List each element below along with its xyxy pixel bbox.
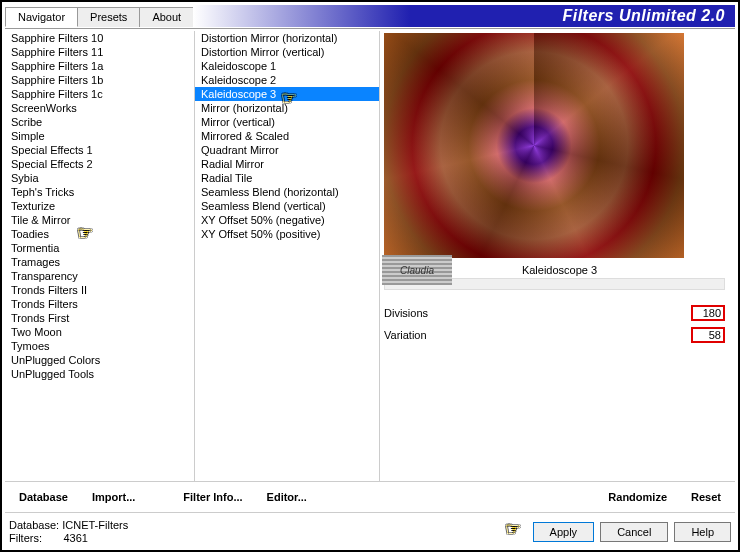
status-text: Database: ICNET-Filters Filters: 4361 xyxy=(9,519,128,545)
filter-list[interactable]: Distortion Mirror (horizontal)Distortion… xyxy=(195,31,380,481)
tab-about[interactable]: About xyxy=(139,7,194,27)
category-item[interactable]: UnPlugged Colors xyxy=(5,353,194,367)
param-divisions-value[interactable] xyxy=(691,305,725,321)
app-title: Filters Unlimited 2.0 xyxy=(193,5,735,27)
category-item[interactable]: Tymoes xyxy=(5,339,194,353)
preview-image xyxy=(384,33,684,258)
editor-button[interactable]: Editor... xyxy=(257,488,317,506)
filter-item[interactable]: Mirror (vertical) xyxy=(195,115,379,129)
category-item[interactable]: Texturize xyxy=(5,199,194,213)
param-variation-label: Variation xyxy=(384,329,427,341)
cancel-button[interactable]: Cancel xyxy=(600,522,668,542)
filter-item[interactable]: Kaleidoscope 2 xyxy=(195,73,379,87)
main-panel: Sapphire Filters 10Sapphire Filters 11Sa… xyxy=(5,31,735,481)
footer-row: Database: ICNET-Filters Filters: 4361 Ap… xyxy=(5,512,735,551)
filter-item[interactable]: Mirrored & Scaled xyxy=(195,129,379,143)
filter-item[interactable]: Distortion Mirror (horizontal) xyxy=(195,31,379,45)
filter-item[interactable]: Kaleidoscope 1 xyxy=(195,59,379,73)
category-item[interactable]: Sapphire Filters 10 xyxy=(5,31,194,45)
filter-item[interactable]: XY Offset 50% (negative) xyxy=(195,213,379,227)
help-button[interactable]: Help xyxy=(674,522,731,542)
param-variation: Variation xyxy=(384,326,725,344)
filter-item[interactable]: Mirror (horizontal) xyxy=(195,101,379,115)
category-item[interactable]: Sapphire Filters 11 xyxy=(5,45,194,59)
randomize-button[interactable]: Randomize xyxy=(598,488,677,506)
filter-item[interactable]: Radial Mirror xyxy=(195,157,379,171)
category-item[interactable]: Special Effects 1 xyxy=(5,143,194,157)
reset-button[interactable]: Reset xyxy=(681,488,731,506)
category-item[interactable]: Sybia xyxy=(5,171,194,185)
category-item[interactable]: Sapphire Filters 1c xyxy=(5,87,194,101)
import-button[interactable]: Import... xyxy=(82,488,145,506)
database-button[interactable]: Database xyxy=(9,488,78,506)
category-item[interactable]: Tronds Filters II xyxy=(5,283,194,297)
filter-item[interactable]: Radial Tile xyxy=(195,171,379,185)
filter-info-button[interactable]: Filter Info... xyxy=(173,488,252,506)
category-item[interactable]: Sapphire Filters 1b xyxy=(5,73,194,87)
param-variation-value[interactable] xyxy=(691,327,725,343)
category-item[interactable]: Simple xyxy=(5,129,194,143)
filter-item[interactable]: Seamless Blend (vertical) xyxy=(195,199,379,213)
category-item[interactable]: Transparency xyxy=(5,269,194,283)
filter-item[interactable]: Seamless Blend (horizontal) xyxy=(195,185,379,199)
category-item[interactable]: ScreenWorks xyxy=(5,101,194,115)
category-item[interactable]: Tronds Filters xyxy=(5,297,194,311)
filter-item[interactable]: Quadrant Mirror xyxy=(195,143,379,157)
tab-navigator[interactable]: Navigator xyxy=(5,7,78,27)
category-item[interactable]: UnPlugged Tools xyxy=(5,367,194,381)
category-list[interactable]: Sapphire Filters 10Sapphire Filters 11Sa… xyxy=(5,31,195,481)
category-item[interactable]: Two Moon xyxy=(5,325,194,339)
filter-item[interactable]: Kaleidoscope 3 xyxy=(195,87,379,101)
apply-button[interactable]: Apply xyxy=(533,522,595,542)
category-item[interactable]: Teph's Tricks xyxy=(5,185,194,199)
filter-item[interactable]: Distortion Mirror (vertical) xyxy=(195,45,379,59)
tab-presets[interactable]: Presets xyxy=(77,7,140,27)
watermark: Claudia xyxy=(382,255,452,285)
param-divisions: Divisions xyxy=(384,304,725,322)
category-item[interactable]: Tile & Mirror xyxy=(5,213,194,227)
param-divisions-label: Divisions xyxy=(384,307,428,319)
category-item[interactable]: Tronds First xyxy=(5,311,194,325)
category-item[interactable]: Sapphire Filters 1a xyxy=(5,59,194,73)
category-item[interactable]: Tormentia xyxy=(5,241,194,255)
header-bar: Navigator Presets About Filters Unlimite… xyxy=(5,5,735,27)
mid-button-row: Database Import... Filter Info... Editor… xyxy=(5,481,735,512)
tab-strip: Navigator Presets About xyxy=(5,7,193,27)
category-item[interactable]: Toadies xyxy=(5,227,194,241)
category-item[interactable]: Special Effects 2 xyxy=(5,157,194,171)
category-item[interactable]: Scribe xyxy=(5,115,194,129)
filter-item[interactable]: XY Offset 50% (positive) xyxy=(195,227,379,241)
category-item[interactable]: Tramages xyxy=(5,255,194,269)
params-area: Divisions Variation xyxy=(384,300,735,348)
